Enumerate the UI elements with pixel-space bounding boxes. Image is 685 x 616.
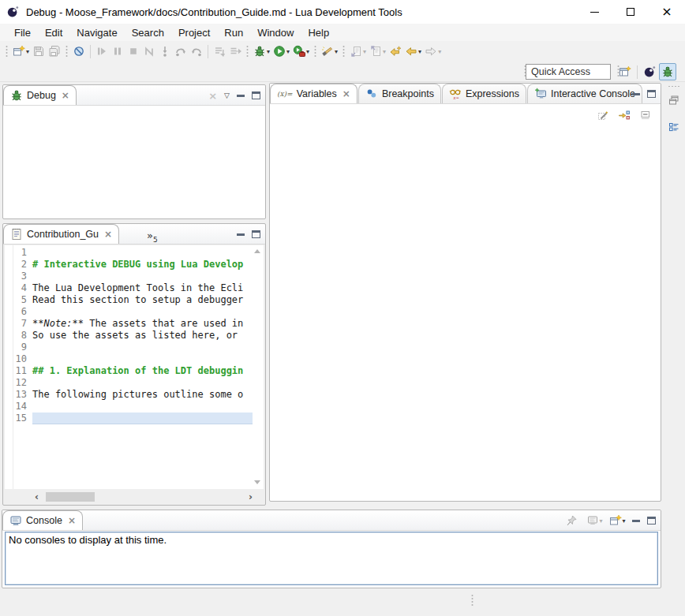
maximize-window-button[interactable] (612, 0, 649, 24)
editor-line-12[interactable]: 12 (13, 377, 253, 389)
step-over-button[interactable] (173, 43, 189, 60)
editor-line-2[interactable]: 2# Interactive DEBUG using Lua Develop (13, 259, 253, 271)
menu-edit[interactable]: Edit (38, 25, 69, 40)
search-dropdown-icon[interactable]: ▾ (335, 48, 338, 55)
menu-navigate[interactable]: Navigate (69, 25, 124, 40)
console-maximize-button[interactable] (647, 517, 656, 525)
editor-line-14[interactable]: 14 (13, 401, 253, 413)
line-number[interactable]: 15 (13, 413, 32, 424)
open-console-dropdown-icon[interactable]: ▾ (623, 517, 626, 525)
editor-minimize-button[interactable] (237, 233, 245, 236)
remove-all-terminated-button[interactable]: × (208, 90, 217, 102)
collapse-all-button[interactable] (638, 107, 653, 123)
console-body[interactable]: No consoles to display at this time. (5, 532, 658, 585)
editor-maximize-button[interactable] (252, 230, 260, 238)
debug-view-menu-button[interactable]: ▽ (224, 91, 230, 99)
restore-minimized-view-button[interactable] (666, 92, 682, 108)
line-number[interactable]: 4 (13, 282, 32, 294)
annotation-ruler[interactable] (5, 245, 13, 489)
open-console-button[interactable]: ▾ (609, 513, 625, 528)
tab-debug-close-icon[interactable]: × (62, 90, 69, 101)
display-selected-console-dropdown-icon[interactable]: ▾ (600, 517, 603, 525)
editor-line-5[interactable]: 5Read this section to setup a debugger (13, 294, 253, 306)
run-button[interactable]: ▾ (271, 43, 291, 60)
minimize-window-button[interactable] (576, 0, 612, 24)
debug-dropdown-icon[interactable]: ▾ (267, 48, 270, 55)
step-into-button[interactable] (157, 43, 173, 60)
scrollbar-thumb[interactable] (46, 492, 95, 502)
menu-help[interactable]: Help (301, 25, 336, 40)
back-dropdown-icon[interactable]: ▾ (418, 48, 421, 55)
tab-interactive-console[interactable]: Interactive Console (527, 84, 642, 103)
menu-project[interactable]: Project (171, 25, 217, 40)
editor-line-6[interactable]: 6 (13, 306, 253, 318)
terminate-button[interactable] (125, 43, 141, 60)
editor-line-15[interactable]: 15 (13, 413, 253, 424)
drop-to-frame-button[interactable] (211, 43, 227, 60)
display-selected-console-button[interactable]: ▾ (586, 513, 602, 528)
last-edit-location-button[interactable] (387, 43, 403, 60)
run-dropdown-icon[interactable]: ▾ (286, 48, 290, 55)
editor-scroll-up-icon[interactable] (254, 249, 260, 253)
tab-debug[interactable]: Debug × (3, 85, 77, 105)
line-number[interactable]: 1 (13, 247, 32, 259)
editor-line-13[interactable]: 13The following pictures outline some o (13, 389, 253, 401)
menu-file[interactable]: File (7, 25, 38, 40)
editor-line-3[interactable]: 3 (13, 271, 253, 282)
line-number[interactable]: 7 (13, 318, 32, 330)
tab-expressions[interactable]: x=Expressions (442, 84, 526, 103)
run-external-tools-button[interactable]: ▾ (291, 43, 311, 60)
tab-contribution-guide[interactable]: Contribution_Gu × (3, 224, 119, 244)
line-number[interactable]: 6 (13, 306, 32, 318)
show-type-names-button[interactable] (595, 107, 611, 123)
line-number[interactable]: 2 (13, 259, 32, 271)
editor-line-4[interactable]: 4The Lua Development Tools in the Ecli (13, 282, 253, 294)
line-number[interactable]: 13 (13, 389, 32, 401)
forward-button[interactable]: ▾ (423, 43, 443, 60)
editor-line-1[interactable]: 1 (13, 247, 253, 259)
show-logical-structure-button[interactable] (616, 107, 632, 123)
editor-line-9[interactable]: 9 (13, 342, 253, 353)
step-return-button[interactable] (189, 43, 204, 60)
editor-scroll-down-icon[interactable] (254, 480, 260, 484)
debug-view-maximize-button[interactable] (252, 91, 260, 99)
editor-tab-close-icon[interactable]: × (104, 229, 112, 240)
pin-console-button[interactable] (563, 513, 579, 528)
run-external-tools-dropdown-icon[interactable]: ▾ (306, 48, 309, 55)
tab-breakpoints[interactable]: Breakpoints (358, 84, 441, 103)
debug-button[interactable]: ▾ (252, 43, 271, 60)
more-editors-chevron[interactable]: »5 (147, 230, 158, 244)
variables-view-minimize-button[interactable] (632, 93, 640, 95)
line-number[interactable]: 10 (13, 353, 32, 365)
menu-run[interactable]: Run (217, 25, 250, 40)
lua-perspective-button[interactable] (642, 63, 657, 80)
debug-perspective-button[interactable] (659, 63, 676, 80)
line-number[interactable]: 3 (13, 271, 32, 282)
scroll-right-icon[interactable]: › (249, 491, 253, 502)
line-number[interactable]: 5 (13, 294, 32, 306)
editor-line-7[interactable]: 7**Note:** The assets that are used in (13, 318, 253, 330)
suspend-button[interactable] (110, 43, 125, 60)
open-perspective-button[interactable] (617, 63, 633, 80)
editor-line-11[interactable]: 11## 1. Explanation of the LDT debuggin (13, 365, 253, 377)
new-dropdown-icon[interactable]: ▾ (26, 48, 29, 55)
tab-console[interactable]: Console × (2, 510, 83, 530)
editor-line-10[interactable]: 10 (13, 353, 253, 365)
save-button[interactable] (31, 43, 47, 60)
resume-button[interactable] (94, 43, 110, 60)
close-window-button[interactable]: × (649, 0, 685, 24)
line-number[interactable]: 9 (13, 342, 32, 353)
outline-view-button[interactable] (666, 119, 682, 135)
line-number[interactable]: 8 (13, 330, 32, 342)
new-button[interactable]: ▾ (11, 43, 31, 60)
editor-text-area[interactable]: 12# Interactive DEBUG using Lua Develop3… (13, 247, 253, 487)
tab-console-close-icon[interactable]: × (68, 515, 76, 526)
next-annotation-dropdown-icon[interactable]: ▾ (363, 48, 366, 55)
skip-all-breakpoints-button[interactable] (71, 43, 87, 60)
search-button[interactable]: ▾ (320, 43, 339, 60)
next-annotation-button[interactable]: ▾ (348, 43, 368, 60)
debug-view-minimize-button[interactable] (237, 95, 245, 97)
menu-search[interactable]: Search (125, 25, 171, 40)
back-button[interactable]: ▾ (403, 43, 423, 60)
tab-variables[interactable]: (x)=Variables× (270, 84, 357, 103)
